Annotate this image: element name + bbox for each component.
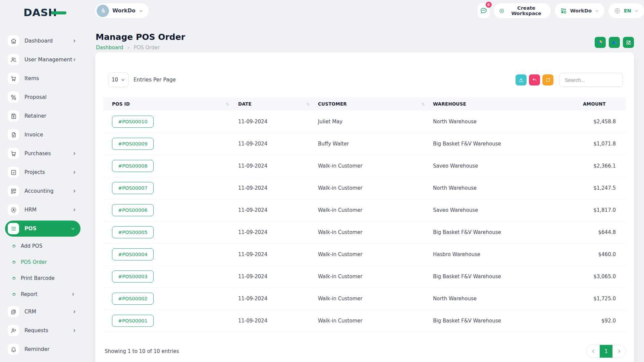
pos-id-badge[interactable]: #POS00001 xyxy=(112,315,154,327)
date-cell: 11-09-2024 xyxy=(235,310,316,332)
sidebar-item-dashboard[interactable]: Dashboard xyxy=(0,32,87,50)
column-header-customer: CUSTOMER xyxy=(318,101,347,107)
export-button[interactable] xyxy=(516,74,527,85)
date-cell: 11-09-2024 xyxy=(235,177,316,199)
warehouse-cell: North Warehouse xyxy=(431,288,593,310)
workspace-name: WorkDo xyxy=(112,8,136,14)
chevron-down-icon xyxy=(634,9,639,13)
grid-apps-button[interactable] xyxy=(623,37,634,48)
sidebar-item-invoice[interactable]: Invoice xyxy=(0,125,87,144)
swap-boxes-icon xyxy=(8,92,19,103)
sidebar-item-reminder[interactable]: Reminder xyxy=(0,340,87,359)
chevron-right-icon xyxy=(72,189,76,193)
chevron-right-icon xyxy=(617,349,622,354)
create-workspace-button[interactable]: Create Workspace xyxy=(494,3,551,18)
search-input[interactable] xyxy=(559,73,623,87)
warehouse-cell: North Warehouse xyxy=(431,111,593,133)
plus-circle-icon xyxy=(499,7,504,14)
pos-id-badge[interactable]: #POS00005 xyxy=(112,226,154,238)
pos-id-badge[interactable]: #POS00008 xyxy=(112,160,154,172)
bullet-icon xyxy=(12,244,16,248)
chevron-left-icon xyxy=(591,349,596,354)
pagination-next-button[interactable] xyxy=(612,345,626,358)
workspace-menu-button[interactable]: WorkDo xyxy=(555,3,604,18)
chevron-right-icon xyxy=(72,310,76,314)
date-cell: 11-09-2024 xyxy=(235,243,316,265)
pos-id-badge[interactable]: #POS00009 xyxy=(112,138,154,150)
pagination: 1 xyxy=(586,345,626,358)
sidebar-item-retainer[interactable]: Retainer xyxy=(0,107,87,125)
entries-per-page-label: Entries Per Page xyxy=(133,77,176,83)
reset-button[interactable] xyxy=(529,74,540,85)
date-cell: 11-09-2024 xyxy=(235,155,316,177)
app-logo[interactable]: DASH xyxy=(23,7,66,18)
sidebar-item-pos[interactable]: POS xyxy=(5,221,80,237)
sort-icon[interactable] xyxy=(306,102,310,106)
customer-cell: Walk-in Customer xyxy=(316,221,431,243)
refresh-button[interactable] xyxy=(542,74,553,85)
pos-id-badge[interactable]: #POS00004 xyxy=(112,248,154,260)
users-icon xyxy=(8,54,19,65)
header-actions: 0 Create Workspace WorkDo EN xyxy=(478,3,644,18)
chevron-right-icon xyxy=(72,170,76,174)
customer-cell: Walk-in Customer xyxy=(316,199,431,221)
amount-cell: $3,065.0 xyxy=(593,265,626,288)
chevron-right-icon xyxy=(72,208,76,212)
chevron-right-icon xyxy=(72,328,76,333)
sidebar-item-hrm[interactable]: HRM xyxy=(0,200,87,219)
sidebar-subitem-report[interactable]: Report xyxy=(0,286,87,302)
undo-icon xyxy=(532,77,537,83)
amount-cell: $2,458.8 xyxy=(593,111,626,133)
bullet-icon xyxy=(12,276,16,280)
pagination-prev-button[interactable] xyxy=(587,345,600,358)
warehouse-cell: Big Basket F&V Warehouse xyxy=(431,133,593,155)
amount-cell: $2,366.1 xyxy=(593,155,626,177)
pos-id-badge[interactable]: #POS00003 xyxy=(112,270,154,283)
download-icon xyxy=(518,77,524,83)
pos-id-badge[interactable]: #POS00007 xyxy=(112,182,154,194)
user-plus-icon xyxy=(8,325,19,336)
cart-icon xyxy=(8,73,19,84)
sort-icon[interactable] xyxy=(225,102,229,106)
sidebar-item-requests[interactable]: Requests xyxy=(0,321,87,340)
sidebar-subitem-pos-order[interactable]: POS Order xyxy=(0,254,87,270)
entries-per-page-select[interactable]: 10 xyxy=(108,72,129,87)
pos-id-badge[interactable]: #POS00002 xyxy=(112,293,154,305)
sidebar-subitem-print-barcode[interactable]: Print Barcode xyxy=(0,270,87,286)
breadcrumb-dashboard-link[interactable]: Dashboard xyxy=(96,45,123,51)
floppy-save-icon xyxy=(8,110,19,122)
onedrive-button[interactable] xyxy=(609,37,620,48)
table-row: #POS00008 11-09-2024 Walk-in Customer Sa… xyxy=(103,155,626,177)
cart-icon xyxy=(8,148,19,159)
sidebar-item-items[interactable]: Items xyxy=(0,69,87,88)
globe-icon xyxy=(614,7,621,14)
google-drive-button[interactable] xyxy=(595,37,606,48)
language-code: EN xyxy=(624,8,631,13)
customer-cell: Walk-in Customer xyxy=(316,155,431,177)
customer-cell: Walk-in Customer xyxy=(316,288,431,310)
sidebar-subitem-add-pos[interactable]: Add POS xyxy=(0,238,87,254)
sidebar-item-crm[interactable]: CRM xyxy=(0,302,87,321)
sort-icon[interactable] xyxy=(421,102,425,106)
workspace-menu-label: WorkDo xyxy=(570,8,592,13)
google-drive-icon xyxy=(597,39,603,46)
sidebar-item-proposal[interactable]: Proposal xyxy=(0,88,87,107)
date-cell: 11-09-2024 xyxy=(235,221,316,243)
pos-id-badge[interactable]: #POS00006 xyxy=(112,204,154,216)
language-selector[interactable]: EN xyxy=(608,3,644,18)
chevron-down-icon xyxy=(139,9,143,13)
sidebar-item-purchases[interactable]: Purchases xyxy=(0,144,87,163)
table-row: #POS00006 11-09-2024 Walk-in Customer Sa… xyxy=(103,199,626,221)
workspace-selector[interactable]: WorkDo xyxy=(95,3,149,18)
workspace-avatar xyxy=(97,5,109,17)
sidebar-item-accounting[interactable]: Accounting xyxy=(0,182,87,200)
sidebar-item-projects[interactable]: Projects xyxy=(0,163,87,182)
customer-cell: Walk-in Customer xyxy=(316,265,431,288)
pagination-page-1[interactable]: 1 xyxy=(600,345,612,358)
pos-id-badge[interactable]: #POS00010 xyxy=(112,116,154,128)
warehouse-cell: Saveo Warehouse xyxy=(431,199,593,221)
table-row: #POS00002 11-09-2024 Walk-in Customer No… xyxy=(103,288,626,310)
chat-button[interactable]: 0 xyxy=(478,3,490,18)
warehouse-cell: Big Basket F&V Warehouse xyxy=(431,310,593,332)
sidebar-item-user-management[interactable]: User Management xyxy=(0,50,87,69)
